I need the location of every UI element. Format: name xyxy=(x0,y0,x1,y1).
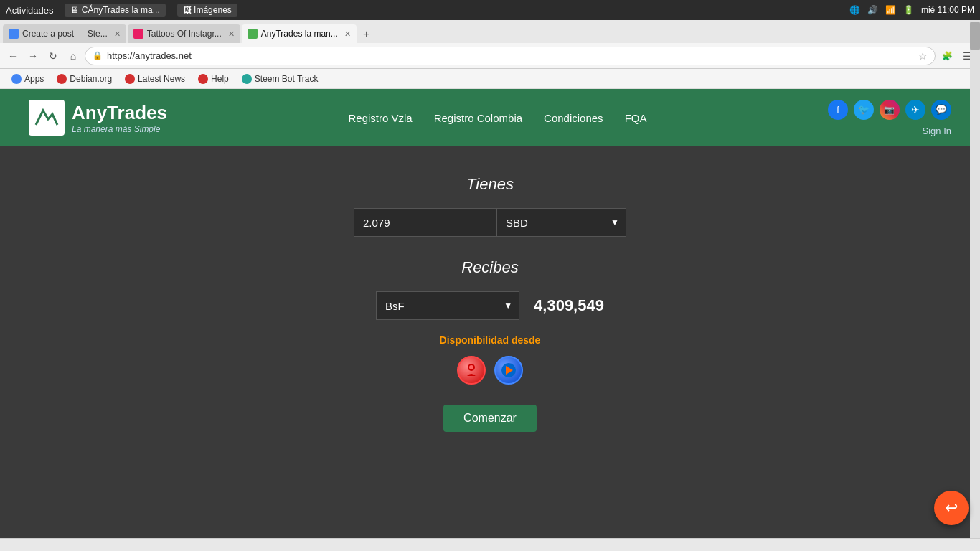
activities-label[interactable]: Actividades xyxy=(6,5,53,16)
telegram-icon[interactable]: ✈ xyxy=(905,100,925,120)
tab1-close[interactable]: ✕ xyxy=(114,29,121,39)
provider-icons xyxy=(457,356,523,385)
instagram-icon[interactable]: 📷 xyxy=(880,100,900,120)
new-tab-button[interactable]: + xyxy=(358,26,375,43)
tienes-label: Tienes xyxy=(354,175,626,194)
header-right: f 🐦 📷 ✈ 💬 Sign In xyxy=(828,100,951,136)
tab2-label: Tattoos Of Instagr... xyxy=(147,29,222,39)
datetime: mié 11:00 PM xyxy=(921,5,974,15)
address-bar[interactable]: 🔒 https://anytrades.net ☆ xyxy=(85,47,936,65)
provider-icon-2[interactable] xyxy=(494,356,523,385)
browser-tab-3[interactable]: AnyTrades la man... ✕ xyxy=(242,24,357,43)
bookmark-news-icon xyxy=(125,74,135,84)
bookmark-apps[interactable]: Apps xyxy=(6,72,50,85)
receive-currency-select-wrapper: BsF COP USD ▼ xyxy=(376,291,519,320)
bookmark-steem[interactable]: Steem Bot Track xyxy=(236,72,324,85)
site-main-content: Tienes SBD STEEM BTC ▼ Recibes xyxy=(0,146,980,469)
browser-tab-2[interactable]: Tattoos Of Instagr... ✕ xyxy=(128,24,240,43)
bookmark-news[interactable]: Latest News xyxy=(119,72,191,85)
twitter-icon[interactable]: 🐦 xyxy=(854,100,874,120)
bookmark-debian[interactable]: Debian.org xyxy=(51,72,118,85)
bookmark-apps-icon xyxy=(11,74,22,84)
provider-icon-1[interactable] xyxy=(457,356,486,385)
messenger-icon[interactable]: 💬 xyxy=(931,100,951,120)
logo-main-text: AnyTrades xyxy=(72,102,167,124)
bookmark-steem-label: Steem Bot Track xyxy=(255,74,319,84)
bookmark-help-label: Help xyxy=(211,74,229,84)
recibes-section: Recibes BsF COP USD ▼ 4,309,549 xyxy=(376,258,604,334)
home-button[interactable]: ⌂ xyxy=(65,47,82,65)
tienes-input-row: SBD STEEM BTC ▼ xyxy=(354,208,626,237)
bookmark-steem-icon xyxy=(242,74,252,84)
tab2-close[interactable]: ✕ xyxy=(228,29,235,39)
site-nav: Registro Vzla Registro Colombia Condicio… xyxy=(348,112,646,124)
recibes-input-row: BsF COP USD ▼ 4,309,549 xyxy=(376,291,604,320)
amount-input[interactable] xyxy=(354,208,497,237)
logo-sub-text: La manera más Simple xyxy=(72,124,167,134)
browser-tabs-bar: Create a post — Ste... ✕ Tattoos Of Inst… xyxy=(0,20,980,43)
taskbar-item-2[interactable]: 🖼 Imágenes xyxy=(177,4,237,17)
os-system-tray: 🌐 🔊 📶 🔋 mié 11:00 PM xyxy=(849,5,974,15)
site-header: AnyTrades La manera más Simple Registro … xyxy=(0,89,980,146)
site-logo: AnyTrades La manera más Simple xyxy=(29,100,167,136)
comenzar-button[interactable]: Comenzar xyxy=(443,405,537,432)
os-topbar: Actividades 🖥 CÁnyTrades la ma... 🖼 Imág… xyxy=(0,0,980,20)
facebook-icon[interactable]: f xyxy=(828,100,848,120)
ssl-lock-icon: 🔒 xyxy=(93,51,103,60)
tab3-favicon xyxy=(248,29,258,39)
tab3-close[interactable]: ✕ xyxy=(344,29,351,39)
os-taskbar: Actividades 🖥 CÁnyTrades la ma... 🖼 Imág… xyxy=(6,4,237,17)
logo-icon xyxy=(29,100,65,136)
receive-currency-select[interactable]: BsF COP USD xyxy=(376,291,519,320)
forward-button[interactable]: → xyxy=(24,47,42,65)
tab3-label: AnyTrades la man... xyxy=(261,29,338,39)
nav-vzla[interactable]: Registro Vzla xyxy=(348,112,412,124)
nav-col[interactable]: Registro Colombia xyxy=(434,112,522,124)
bookmarks-bar: Apps Debian.org Latest News Help Steem B… xyxy=(0,69,980,89)
tab2-favicon xyxy=(133,29,143,39)
network-icon: 🌐 xyxy=(849,5,860,15)
currency-select[interactable]: SBD STEEM BTC xyxy=(497,208,626,237)
bookmark-help-icon xyxy=(198,74,208,84)
bookmark-debian-label: Debian.org xyxy=(70,74,112,84)
social-icons: f 🐦 📷 ✈ 💬 xyxy=(828,100,951,120)
volume-icon: 🔊 xyxy=(867,5,878,15)
battery-icon: 🔋 xyxy=(903,5,914,15)
browser-tab-1[interactable]: Create a post — Ste... ✕ xyxy=(3,24,126,43)
reload-button[interactable]: ↻ xyxy=(44,47,62,65)
disponibilidad-label: Disponibilidad desde xyxy=(440,334,541,346)
wifi-icon: 📶 xyxy=(885,5,896,15)
fab-icon: ↩ xyxy=(945,499,958,517)
receive-amount: 4,309,549 xyxy=(534,296,604,315)
url-text[interactable]: https://anytrades.net xyxy=(107,50,914,61)
bookmark-news-label: Latest News xyxy=(138,74,185,84)
bookmark-apps-label: Apps xyxy=(24,74,44,84)
signin-link[interactable]: Sign In xyxy=(923,126,951,136)
tienes-section: Tienes SBD STEEM BTC ▼ xyxy=(354,175,626,258)
svg-point-1 xyxy=(469,365,473,369)
bookmark-help[interactable]: Help xyxy=(192,72,235,85)
nav-fqa[interactable]: FQA xyxy=(625,112,647,124)
tab1-favicon xyxy=(9,29,19,39)
bookmark-debian-icon xyxy=(57,74,67,84)
currency-select-wrapper: SBD STEEM BTC ▼ xyxy=(497,208,626,237)
recibes-label: Recibes xyxy=(376,258,604,277)
browser-status-bar xyxy=(0,538,980,551)
scrollbar[interactable] xyxy=(970,20,980,551)
logo-text: AnyTrades La manera más Simple xyxy=(72,102,167,134)
nav-cond[interactable]: Condiciones xyxy=(544,112,603,124)
site-wrapper: AnyTrades La manera más Simple Registro … xyxy=(0,89,980,538)
fab-button[interactable]: ↩ xyxy=(934,491,969,525)
tab1-label: Create a post — Ste... xyxy=(22,29,108,39)
scrollbar-thumb[interactable] xyxy=(970,22,980,50)
extensions-button[interactable]: 🧩 xyxy=(938,47,956,65)
browser-nav-bar: ← → ↻ ⌂ 🔒 https://anytrades.net ☆ 🧩 ☰ xyxy=(0,43,980,69)
back-button[interactable]: ← xyxy=(4,47,22,65)
bookmark-star-icon[interactable]: ☆ xyxy=(918,50,928,62)
taskbar-item-1[interactable]: 🖥 CÁnyTrades la ma... xyxy=(65,4,165,17)
